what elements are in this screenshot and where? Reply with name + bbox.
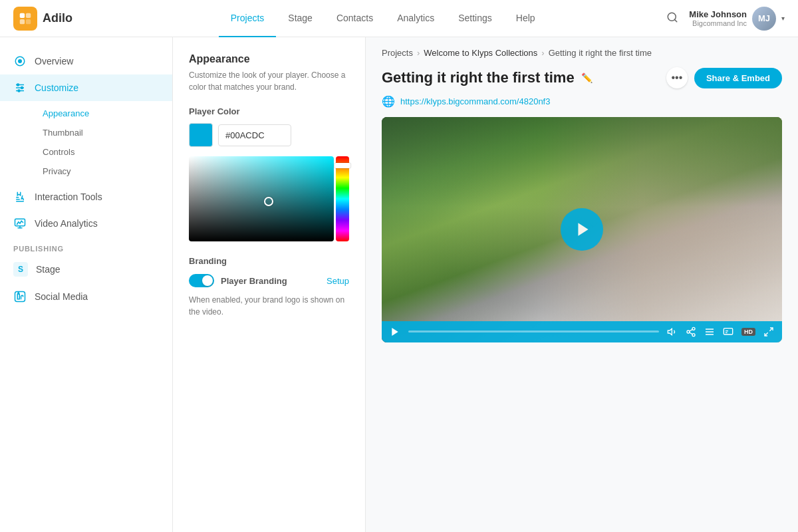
sidebar-social-media-label: Social Media — [35, 291, 88, 302]
sidebar-item-social-media[interactable]: Social Media — [0, 283, 172, 310]
panel-description: Customize the look of your player. Choos… — [189, 69, 349, 93]
svg-point-24 — [692, 327, 695, 330]
publishing-section-label: PUBLISHING — [0, 237, 172, 255]
svg-line-27 — [690, 332, 693, 334]
nav-contacts[interactable]: Contacts — [325, 0, 385, 37]
avatar: MJ — [752, 7, 776, 31]
color-picker-container — [189, 156, 349, 241]
svg-rect-2 — [20, 19, 25, 23]
svg-point-11 — [17, 84, 19, 86]
sidebar-sub-thumbnail[interactable]: Thumbnail — [35, 123, 172, 142]
sidebar-overview-label: Overview — [35, 56, 73, 66]
chevron-down-icon: ▾ — [781, 15, 785, 22]
branding-toggle-label: Player Branding — [221, 276, 287, 286]
video-title: Getting it right the first time — [382, 69, 575, 86]
breadcrumb-collection[interactable]: Welcome to Klyps Collections — [424, 48, 537, 58]
hd-badge: HD — [741, 328, 755, 336]
svg-line-35 — [769, 328, 773, 331]
video-url-row: 🌐 https://klyps.bigcommand.com/4820nf3 — [382, 95, 782, 108]
user-area[interactable]: Mike Johnson Bigcommand Inc MJ ▾ — [689, 7, 785, 31]
color-swatch[interactable] — [189, 123, 213, 147]
sidebar-analytics-label: Video Analytics — [35, 218, 98, 229]
play-button-large[interactable] — [561, 208, 603, 251]
nav-analytics[interactable]: Analytics — [385, 0, 446, 37]
sidebar-sub-menu: Appearance Thumbnail Controls Privacy — [0, 101, 172, 184]
overview-icon — [13, 55, 27, 68]
sidebar-sub-appearance[interactable]: Appearance — [35, 104, 172, 123]
svg-point-12 — [21, 87, 23, 89]
svg-line-28 — [690, 329, 693, 331]
main-layout: Overview Customize Appearance Thumbnail … — [0, 0, 798, 532]
color-gradient-area[interactable] — [189, 156, 332, 241]
breadcrumb-sep-1: › — [417, 48, 420, 58]
branding-toggle[interactable] — [189, 274, 214, 287]
sidebar-item-customize[interactable]: Customize — [0, 74, 172, 101]
sidebar-interaction-label: Interaction Tools — [35, 192, 102, 202]
sidebar-item-interaction-tools[interactable]: Interaction Tools — [0, 184, 172, 210]
video-title-row: Getting it right the first time ✏️ ••• S… — [382, 67, 782, 88]
branding-setup-link[interactable]: Setup — [327, 276, 349, 286]
sidebar-sub-privacy[interactable]: Privacy — [35, 162, 172, 181]
logo-text: Adilo — [43, 11, 72, 25]
logo-icon — [13, 7, 37, 31]
hue-strip-container — [336, 156, 349, 241]
sidebar-item-overview[interactable]: Overview — [0, 48, 172, 74]
svg-rect-0 — [20, 13, 25, 17]
customize-icon — [13, 81, 27, 94]
play-pause-button[interactable] — [390, 327, 400, 337]
captions-button[interactable] — [723, 327, 733, 337]
top-nav: Adilo Projects Stage Contacts Analytics … — [0, 0, 798, 37]
svg-point-19 — [18, 293, 19, 294]
fullscreen-button[interactable] — [763, 327, 774, 337]
panel-title: Appearance — [189, 53, 349, 65]
video-preview-panel: Projects › Welcome to Klyps Collections … — [366, 37, 798, 532]
branding-section: Branding Player Branding Setup When enab… — [189, 256, 349, 318]
video-url-link[interactable]: https://klyps.bigcommand.com/4820nf3 — [400, 96, 550, 106]
svg-rect-18 — [17, 294, 19, 299]
svg-rect-1 — [26, 13, 31, 17]
interaction-tools-icon — [13, 190, 27, 203]
volume-button[interactable] — [667, 327, 678, 337]
svg-line-36 — [765, 332, 768, 336]
color-row — [189, 123, 349, 147]
breadcrumb-projects[interactable]: Projects — [382, 48, 413, 58]
branding-row: Player Branding Setup — [189, 274, 349, 287]
breadcrumb-current: Getting it right the first time — [549, 48, 652, 58]
user-info: Mike Johnson Bigcommand Inc — [689, 9, 747, 27]
nav-help[interactable]: Help — [504, 0, 547, 37]
svg-line-5 — [675, 19, 677, 21]
globe-icon: 🌐 — [382, 95, 395, 108]
stage-icon: S — [13, 262, 28, 277]
share-button[interactable] — [686, 327, 696, 337]
logo-area: Adilo — [13, 7, 72, 31]
content-area: Appearance Customize the look of your pl… — [173, 37, 798, 532]
sidebar-customize-label: Customize — [35, 82, 78, 93]
nav-settings[interactable]: Settings — [446, 0, 504, 37]
sidebar-item-stage[interactable]: S Stage — [0, 255, 172, 283]
sidebar-sub-controls[interactable]: Controls — [35, 142, 172, 162]
video-analytics-icon — [13, 217, 27, 230]
sidebar-item-video-analytics[interactable]: Video Analytics — [0, 210, 172, 237]
nav-projects[interactable]: Projects — [219, 0, 277, 37]
svg-marker-22 — [392, 328, 398, 336]
share-embed-button[interactable]: Share & Embed — [694, 68, 782, 88]
edit-icon[interactable]: ✏️ — [581, 72, 593, 83]
svg-marker-23 — [668, 329, 672, 334]
search-button[interactable] — [666, 11, 678, 26]
svg-point-25 — [687, 331, 690, 333]
color-hex-input[interactable] — [218, 124, 291, 146]
nav-right: Mike Johnson Bigcommand Inc MJ ▾ — [666, 7, 785, 31]
playlist-button[interactable] — [704, 327, 715, 337]
user-name: Mike Johnson — [689, 9, 747, 19]
options-button[interactable]: ••• — [666, 67, 688, 88]
breadcrumb-sep-2: › — [541, 48, 544, 58]
toggle-wrap[interactable] — [189, 274, 214, 287]
hue-indicator — [334, 163, 350, 168]
player-color-label: Player Color — [189, 106, 349, 116]
progress-bar[interactable] — [408, 331, 659, 332]
breadcrumb: Projects › Welcome to Klyps Collections … — [382, 48, 782, 58]
user-company: Bigcommand Inc — [689, 19, 747, 27]
svg-marker-21 — [578, 223, 588, 237]
svg-point-7 — [19, 60, 22, 63]
nav-stage[interactable]: Stage — [276, 0, 325, 37]
